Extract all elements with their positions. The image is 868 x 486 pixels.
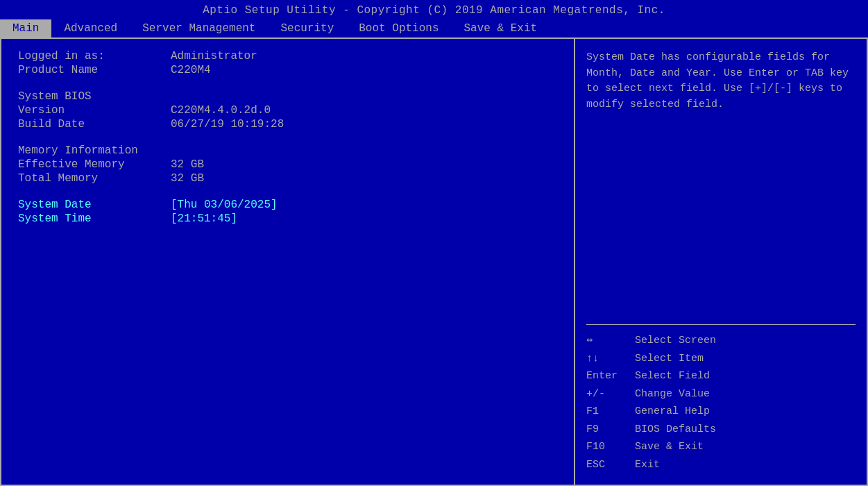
effective-memory-row: Effective Memory 32 GB: [18, 158, 557, 171]
memory-info-row: Memory Information: [18, 144, 557, 157]
nav-item-security[interactable]: Security: [268, 19, 346, 37]
key-name: F1: [586, 403, 635, 421]
key-name: F10: [586, 438, 635, 456]
system-date-row[interactable]: System Date [Thu 03/06/2025]: [18, 199, 557, 211]
key-name: ↑↓: [586, 350, 635, 368]
build-date-label: Build Date: [18, 118, 171, 131]
total-memory-row: Total Memory 32 GB: [18, 172, 557, 185]
right-panel: System Date has configurable fields for …: [575, 39, 867, 485]
help-text: System Date has configurable fields for …: [586, 50, 856, 317]
key-help: ⇔Select Screen↑↓Select ItemEnterSelect F…: [586, 332, 856, 474]
system-date-label: System Date: [18, 199, 171, 211]
total-memory-label: Total Memory: [18, 172, 171, 185]
build-date-value: 06/27/19 10:19:28: [171, 118, 284, 131]
logged-in-value: Administrator: [171, 50, 257, 62]
system-time-value: [21:51:45]: [171, 212, 237, 225]
key-desc: Save & Exit: [635, 438, 704, 456]
system-bios-label: System BIOS: [18, 90, 171, 103]
nav-item-main[interactable]: Main: [0, 19, 51, 37]
nav-bar: MainAdvancedServer ManagementSecurityBoo…: [0, 19, 868, 37]
memory-info-label: Memory Information: [18, 144, 171, 157]
key-desc: BIOS Defaults: [635, 421, 716, 439]
key-row: F1General Help: [586, 403, 856, 421]
key-row: ESCExit: [586, 456, 856, 474]
product-name-label: Product Name: [18, 64, 171, 76]
key-desc: Select Item: [635, 350, 704, 368]
system-time-row[interactable]: System Time [21:51:45]: [18, 212, 557, 225]
key-desc: General Help: [635, 403, 710, 421]
bios-container: Aptio Setup Utility - Copyright (C) 2019…: [0, 0, 868, 486]
key-desc: Change Value: [635, 385, 710, 403]
key-row: F10Save & Exit: [586, 438, 856, 456]
nav-item-server-management[interactable]: Server Management: [130, 19, 268, 37]
nav-item-save-and-exit[interactable]: Save & Exit: [451, 19, 550, 37]
product-name-row: Product Name C220M4: [18, 64, 557, 76]
build-date-row: Build Date 06/27/19 10:19:28: [18, 118, 557, 131]
key-desc: Select Field: [635, 367, 710, 385]
nav-item-advanced[interactable]: Advanced: [51, 19, 130, 37]
key-desc: Select Screen: [635, 332, 716, 350]
key-row: F9BIOS Defaults: [586, 421, 856, 439]
key-name: F9: [586, 421, 635, 439]
effective-memory-label: Effective Memory: [18, 158, 171, 171]
system-date-value: [Thu 03/06/2025]: [171, 199, 278, 211]
system-bios-row: System BIOS: [18, 90, 557, 103]
key-desc: Exit: [635, 456, 660, 474]
content-area: Logged in as: Administrator Product Name…: [0, 37, 868, 486]
logged-in-label: Logged in as:: [18, 50, 171, 62]
key-name: Enter: [586, 367, 635, 385]
system-time-label: System Time: [18, 212, 171, 225]
product-name-value: C220M4: [171, 64, 211, 76]
logged-in-row: Logged in as: Administrator: [18, 50, 557, 62]
divider: [586, 324, 856, 325]
effective-memory-value: 32 GB: [171, 158, 204, 171]
title-bar: Aptio Setup Utility - Copyright (C) 2019…: [0, 0, 868, 19]
version-row: Version C220M4.4.0.2d.0: [18, 104, 557, 117]
key-name: +/-: [586, 385, 635, 403]
version-label: Version: [18, 104, 171, 117]
key-row: EnterSelect Field: [586, 367, 856, 385]
key-name: ⇔: [586, 332, 635, 350]
key-row: ⇔Select Screen: [586, 332, 856, 350]
key-row: ↑↓Select Item: [586, 350, 856, 368]
left-panel: Logged in as: Administrator Product Name…: [1, 39, 575, 485]
version-value: C220M4.4.0.2d.0: [171, 104, 271, 117]
total-memory-value: 32 GB: [171, 172, 204, 185]
title-text: Aptio Setup Utility - Copyright (C) 2019…: [203, 4, 665, 17]
nav-item-boot-options[interactable]: Boot Options: [346, 19, 451, 37]
key-name: ESC: [586, 456, 635, 474]
key-row: +/-Change Value: [586, 385, 856, 403]
